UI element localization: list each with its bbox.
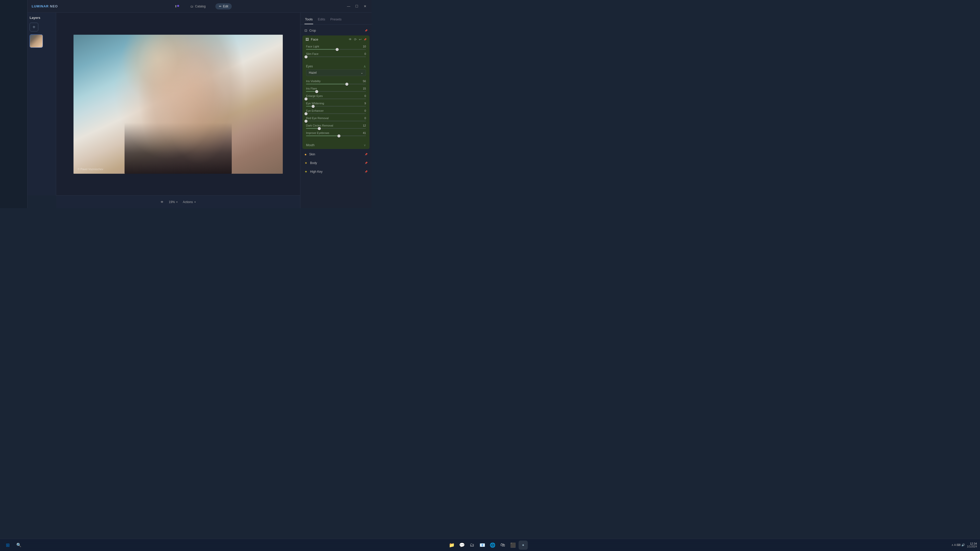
face-reset-icon[interactable]: ↩ [359,38,362,41]
layers-title: Layers [30,16,54,20]
eye-whitening-track[interactable] [306,106,366,106]
body-icon: ✦ [304,161,307,165]
face-light-thumb[interactable] [336,48,339,51]
dark-circles-slider-row: Dark Circles Removal 12 [306,124,366,129]
enlarge-eyes-track[interactable] [306,98,366,99]
mouth-section[interactable]: Mouth ∨ [302,141,369,149]
layer-thumbnail[interactable] [30,35,43,48]
add-layer-button[interactable]: + [30,23,38,32]
improve-eyebrows-track[interactable] [306,135,366,136]
face-pin-icon: 📌 [364,38,366,41]
tool-item-high-key[interactable]: ✦ High Key 📌 [301,167,372,176]
face-light-fill [306,49,337,50]
eye-enhancer-thumb[interactable] [304,112,307,115]
crop-pin-icon: 📌 [365,29,368,32]
dark-circles-thumb[interactable] [318,127,321,130]
face-section-label: Face [311,38,347,41]
catalog-button[interactable]: 🗂 Catalog [187,3,209,10]
window-controls: — ☐ ✕ [345,3,369,10]
improve-eyebrows-thumb[interactable] [337,135,340,138]
edit-button[interactable]: ✏ Edit [215,3,232,10]
title-bar-center: ⬆ 🗂 Catalog ✏ Edit [58,3,345,10]
close-button[interactable]: ✕ [361,3,369,10]
actions-label[interactable]: Actions [183,200,192,204]
red-eye-slider-row: Red Eye Removal 0 [306,117,366,121]
face-section-header[interactable]: 🖼 Face 👁 ⟳ ↩ 📌 [302,35,369,43]
enlarge-eyes-value: 0 [364,94,366,97]
slim-face-track[interactable] [306,56,366,57]
minimize-button[interactable]: — [345,3,352,10]
red-eye-thumb[interactable] [304,120,307,123]
iris-flare-track[interactable] [306,91,366,92]
face-actions: 👁 ⟳ ↩ [348,38,362,41]
high-key-icon: ✦ [304,170,307,174]
improve-eyebrows-value: 41 [363,131,366,135]
iris-flare-thumb[interactable] [315,90,318,93]
red-eye-value: 0 [364,117,366,120]
catalog-icon: 🗂 [190,5,193,8]
main-canvas: © Pavel Vozmischev [56,13,300,195]
dark-circles-track[interactable] [306,128,366,129]
face-visibility-icon[interactable]: 👁 [348,38,352,41]
eye-enhancer-slider-row: Eye Enhancer 0 [306,109,366,114]
iris-visibility-label: Iris Visibility [306,79,321,83]
improve-eyebrows-slider-row: Improve Eyebrows 41 [306,131,366,136]
eyes-collapse-icon[interactable]: ∧ [363,64,366,68]
eye-enhancer-track[interactable] [306,113,366,114]
skin-label: Skin [309,152,362,156]
tab-presets[interactable]: Presets [330,16,342,24]
enlarge-eyes-label: Enlarge Eyes [306,94,323,97]
skin-pin-icon: 📌 [365,153,368,156]
iris-color-value: Hazel [309,71,317,75]
face-light-track[interactable] [306,49,366,50]
eye-whitening-slider-row: Eye Whitening 9 [306,102,366,106]
slim-face-thumb[interactable] [304,56,307,59]
iris-visibility-thumb[interactable] [345,83,348,86]
tool-item-skin[interactable]: ● Skin 📌 [301,150,372,159]
eyes-sliders: Iris Visibility 56 Iris Flare 15 [302,78,369,141]
iris-visibility-track[interactable] [306,84,366,84]
face-light-slider-row: Face Light 10 [306,45,366,50]
edit-icon: ✏ [219,5,221,8]
slim-face-label: Slim Face [306,52,318,56]
eye-whitening-thumb[interactable] [312,105,315,108]
iris-color-dropdown-row: Hazel ⌄ [302,69,369,78]
mouth-label: Mouth [306,143,314,147]
eye-icon: 👁 [161,200,164,204]
enlarge-eyes-thumb[interactable] [304,97,307,100]
zoom-control[interactable]: 19% ▾ [169,200,178,204]
actions-chevron-icon: ▾ [194,201,196,203]
body-pin-icon: 📌 [365,162,368,164]
tool-item-crop[interactable]: ⊡ Crop 📌 [301,27,372,35]
iris-visibility-value: 56 [363,79,366,83]
save-button[interactable]: ⬆ [171,3,181,10]
eye-whitening-label: Eye Whitening [306,102,324,105]
face-settings-icon[interactable]: ⟳ [354,38,357,41]
portrait-color-overlay [73,35,283,174]
red-eye-track[interactable] [306,121,366,121]
watermark: © Pavel Vozmischev [78,168,103,171]
title-bar: LUMINAR NEO ⬆ 🗂 Catalog ✏ Edit — ☐ ✕ [27,0,372,13]
layers-panel: Layers + [27,13,56,195]
face-section-icon: 🖼 [305,38,309,41]
iris-flare-slider-row: Iris Flare 15 [306,87,366,92]
view-toggle[interactable]: 👁 [161,200,164,204]
crop-icon: ⊡ [304,29,307,32]
eyes-label: Eyes [306,65,313,68]
mouth-expand-icon[interactable]: ∨ [364,143,366,147]
improve-eyebrows-fill [306,135,339,136]
actions-menu[interactable]: Actions ▾ [183,200,196,204]
iris-color-dropdown[interactable]: Hazel ⌄ [306,69,366,76]
panel-tabs: Tools Edits Presets [301,13,372,24]
iris-flare-label: Iris Flare [306,87,317,90]
dark-circles-value: 12 [363,124,366,127]
high-key-label: High Key [310,170,362,173]
tab-tools[interactable]: Tools [304,16,313,24]
canvas-image: © Pavel Vozmischev [73,35,283,174]
zoom-level[interactable]: 19% [169,200,175,204]
slim-face-slider-row: Slim Face 0 [306,52,366,57]
right-panel: Tools Edits Presets ⊡ Crop 📌 🖼 Face 👁 ⟳ … [300,13,372,208]
tab-edits[interactable]: Edits [317,16,326,24]
maximize-button[interactable]: ☐ [353,3,360,10]
tool-item-body[interactable]: ✦ Body 📌 [301,159,372,167]
